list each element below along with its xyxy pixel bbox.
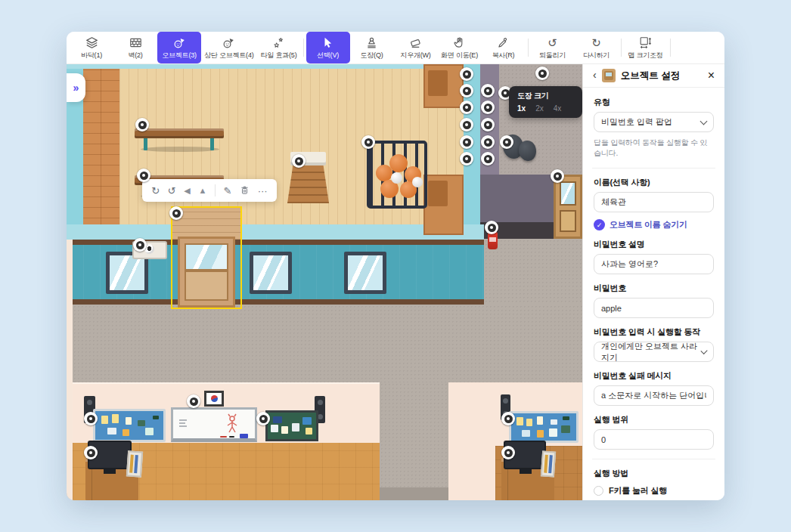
object-face-icon: [172, 36, 187, 50]
redo-icon: ↻: [591, 36, 601, 50]
hide-name-checkbox[interactable]: ✓ 오브젝트 이름 숨기기: [594, 219, 714, 230]
eraser-icon: [408, 36, 423, 50]
object-settings-gear-icon[interactable]: [460, 84, 473, 97]
korean-flag[interactable]: [204, 391, 224, 407]
method-label: 실행 방법: [594, 468, 714, 479]
type-select[interactable]: 비밀번호 입력 팝업: [594, 112, 714, 132]
object-settings-gear-icon[interactable]: [460, 101, 473, 114]
chalkboard[interactable]: [265, 410, 318, 441]
toolbar-divider: [670, 39, 671, 57]
tool-pan[interactable]: 화면 이동(E): [438, 32, 482, 63]
stamp-size-2x[interactable]: 2x: [535, 104, 544, 113]
tool-stamp[interactable]: 도장(Q): [350, 32, 394, 63]
gym-cabinet-bottom[interactable]: [423, 175, 464, 235]
window: [250, 252, 292, 294]
tool-object[interactable]: 오브젝트(3): [157, 32, 201, 63]
stamp-icon: [364, 36, 379, 50]
trash-bag[interactable]: [519, 141, 536, 161]
map-canvas[interactable]: ↻ ↺ ◀ ▲ ✎ ··· 도장 크기 1x 2x 4x »: [67, 64, 582, 500]
object-settings-gear-icon[interactable]: [84, 412, 98, 425]
password-input[interactable]: [594, 298, 714, 318]
tool-undo[interactable]: ↺ 되돌리기: [531, 32, 575, 63]
delete-icon[interactable]: [240, 185, 250, 196]
object-settings-gear-icon[interactable]: [500, 135, 513, 149]
selected-door-object[interactable]: [171, 206, 242, 309]
password-action-value: 개인에게만 오브젝트 사라지기: [601, 341, 702, 363]
sidebar-expand-button[interactable]: »: [67, 73, 85, 102]
object-settings-gear-icon[interactable]: [481, 84, 495, 97]
object-settings-gear-icon[interactable]: [133, 238, 147, 252]
tool-redo[interactable]: ↻ 다시하기: [575, 32, 619, 63]
object-settings-gear-icon[interactable]: [481, 101, 495, 114]
tool-tile-effect[interactable]: 타일 효과(5): [257, 32, 301, 63]
bulletin-board[interactable]: [93, 409, 166, 442]
method-option-fkey[interactable]: F키를 눌러 실행: [594, 485, 714, 496]
radio-unchecked-icon: [594, 486, 603, 496]
stamp-size-1x[interactable]: 1x: [517, 104, 526, 113]
object-settings-gear-icon[interactable]: [501, 412, 515, 425]
rotate-ccw-icon[interactable]: ↺: [168, 186, 176, 196]
more-icon[interactable]: ···: [258, 186, 268, 196]
tool-map-resize[interactable]: 맵 크기조정: [624, 32, 668, 63]
object-settings-gear-icon[interactable]: [485, 221, 498, 234]
password-description-input[interactable]: [594, 254, 714, 274]
panel-title: 오브젝트 설정: [621, 70, 703, 82]
password-fail-input[interactable]: [594, 385, 714, 406]
tool-top-object[interactable]: 상단 오브젝트(4): [201, 32, 257, 63]
stamp-size-4x[interactable]: 4x: [554, 104, 562, 113]
whiteboard[interactable]: [171, 407, 257, 442]
close-icon[interactable]: ×: [708, 70, 715, 82]
object-settings-gear-icon[interactable]: [460, 135, 473, 149]
stamp-size-tooltip: 도장 크기 1x 2x 4x: [509, 86, 582, 118]
tool-select[interactable]: 선택(V): [306, 32, 350, 63]
object-settings-gear-icon[interactable]: [84, 446, 98, 459]
range-label: 실행 범위: [594, 414, 714, 425]
object-settings-gear-icon[interactable]: [460, 67, 473, 81]
toolbar-divider: [621, 39, 622, 57]
tool-wall[interactable]: 벽(2): [113, 32, 157, 63]
section-divider: [592, 168, 715, 169]
rotate-cw-icon[interactable]: ↻: [151, 186, 160, 196]
object-settings-gear-icon[interactable]: [137, 169, 150, 182]
password-action-select[interactable]: 개인에게만 오브젝트 사라지기: [594, 342, 714, 362]
window: [344, 252, 386, 294]
object-settings-gear-icon[interactable]: [481, 152, 495, 165]
bulletin-board[interactable]: [509, 411, 579, 443]
teal-wall-trim: [464, 299, 480, 305]
object-settings-gear-icon[interactable]: [535, 66, 549, 80]
gym-cabinet-top[interactable]: [423, 64, 464, 108]
undo-icon: ↺: [547, 36, 557, 50]
object-settings-gear-icon[interactable]: [361, 135, 375, 149]
object-settings-gear-icon[interactable]: [551, 169, 564, 183]
range-input[interactable]: [594, 429, 714, 450]
tool-copy[interactable]: 복사(R): [482, 32, 526, 63]
section-divider: [592, 459, 715, 459]
book-holder[interactable]: [541, 450, 556, 477]
object-settings-gear-icon[interactable]: [292, 154, 306, 168]
object-settings-gear-icon[interactable]: [481, 118, 495, 131]
ball-cage[interactable]: [367, 141, 427, 209]
object-settings-gear-icon[interactable]: [169, 206, 183, 220]
object-settings-gear-icon[interactable]: [135, 118, 149, 131]
flip-vertical-icon[interactable]: ▲: [198, 187, 206, 195]
wall-cabinet-door[interactable]: [554, 175, 582, 239]
edit-icon[interactable]: ✎: [224, 186, 232, 196]
toolbar-divider: [528, 39, 529, 57]
object-settings-gear-icon[interactable]: [460, 118, 473, 131]
tool-floor[interactable]: 바닥(1): [70, 32, 113, 63]
object-settings-gear-icon[interactable]: [256, 412, 270, 425]
bench[interactable]: [135, 128, 224, 151]
name-input[interactable]: [594, 192, 714, 212]
object-settings-gear-icon[interactable]: [187, 394, 200, 408]
tool-eraser[interactable]: 지우개(W): [394, 32, 438, 63]
object-settings-gear-icon[interactable]: [501, 446, 515, 459]
book-holder[interactable]: [126, 450, 143, 477]
door-body: [178, 237, 235, 308]
object-settings-gear-icon[interactable]: [481, 135, 495, 149]
object-settings-gear-icon[interactable]: [460, 152, 473, 165]
object-thumbnail-door: [602, 69, 616, 82]
editor-toolbar: 바닥(1) 벽(2) 오브젝트(3) 상단 오브젝트(4) 타일 효과(5) 선…: [67, 32, 724, 64]
back-icon[interactable]: ‹: [593, 70, 597, 80]
flip-horizontal-icon[interactable]: ◀: [184, 187, 190, 195]
password-action-label: 비밀번호 입력 시 실행할 동작: [594, 326, 714, 338]
